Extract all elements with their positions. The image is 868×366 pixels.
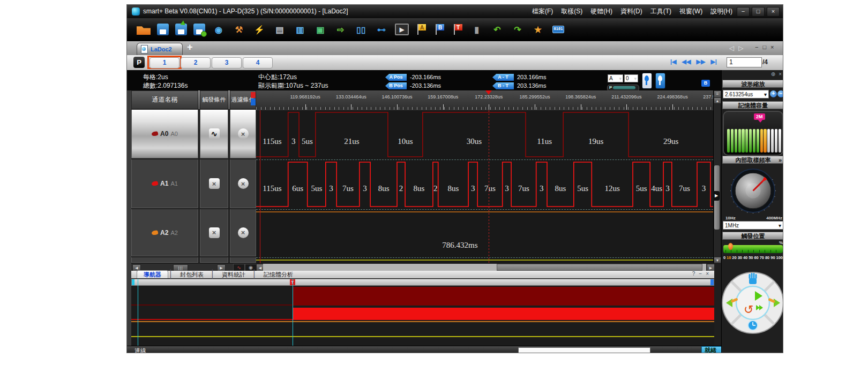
trigger-flag-left-icon[interactable]: [251, 92, 256, 98]
save-as-icon[interactable]: [175, 24, 187, 35]
zoom-in-button[interactable]: +: [770, 90, 777, 97]
filter-condition-icon[interactable]: ×: [238, 227, 249, 238]
goto-cursor-a-button[interactable]: [642, 73, 652, 89]
flag-a-icon[interactable]: A: [415, 23, 427, 36]
trigger-condition-icon[interactable]: ×: [209, 227, 220, 238]
navigator-minimap-strip[interactable]: T: [131, 279, 714, 286]
badge-apos[interactable]: A Pos: [385, 74, 407, 81]
bottom-tab-1[interactable]: 封包列表: [174, 271, 210, 278]
next-page-icon[interactable]: ▶▶: [696, 58, 705, 65]
new-tab-button[interactable]: +: [187, 42, 193, 53]
scroll-up-icon[interactable]: ▲: [714, 97, 721, 104]
minimize-icon[interactable]: −: [737, 7, 750, 17]
prev-page-icon[interactable]: ◀◀: [682, 58, 691, 65]
tab-ladoc2[interactable]: LaDoc2: [137, 43, 183, 55]
export-data-icon[interactable]: ⇨: [334, 22, 348, 36]
bottom-tab-3[interactable]: 記憶體分析: [257, 271, 300, 278]
frequency-knob[interactable]: [728, 165, 779, 216]
page-button-3[interactable]: 3: [212, 57, 242, 68]
menu-d[interactable]: 資料(D): [620, 7, 642, 16]
bottom-tab-0[interactable]: 導航器: [137, 270, 168, 278]
instrument-panel-icon[interactable]: ▥: [293, 22, 307, 36]
trigger-condition-icon[interactable]: ∿: [209, 128, 220, 139]
save-settings-icon[interactable]: [193, 24, 205, 35]
channel-row-a3[interactable]: [131, 257, 198, 263]
last-page-icon[interactable]: ▶|: [710, 58, 717, 65]
cursor-a-flag-icon[interactable]: [251, 98, 256, 105]
channel-row-a0[interactable]: A0A0: [131, 110, 198, 158]
favorites-icon[interactable]: ★: [531, 22, 545, 36]
save-icon[interactable]: [157, 24, 169, 35]
navigator-overview[interactable]: [131, 286, 714, 346]
index-select[interactable]: 0▾: [624, 74, 638, 82]
cursor-select[interactable]: A▾: [608, 74, 623, 82]
screenshot-icon[interactable]: ◉: [212, 22, 226, 36]
bottom-tab-2[interactable]: 資料統計: [215, 271, 252, 278]
memory-depth-icon[interactable]: ▤: [273, 22, 287, 36]
restore-icon[interactable]: □: [752, 7, 765, 17]
pane-close-icon[interactable]: ×: [770, 44, 774, 50]
panel-close-icon[interactable]: ×: [779, 71, 782, 77]
filter-cell-a3[interactable]: [230, 257, 256, 263]
video-record-icon[interactable]: ▶: [395, 24, 409, 35]
trigger-condition-icon[interactable]: ×: [209, 178, 220, 189]
page-number-input[interactable]: 1: [727, 57, 762, 67]
minimap-left-handle[interactable]: [132, 279, 134, 285]
trigger-run-icon[interactable]: ⚡: [252, 22, 266, 36]
time-ruler[interactable]: 119.968192us133.034464us146.100736us159.…: [256, 90, 713, 110]
memory-gauge[interactable]: 2M: [723, 111, 783, 156]
menu-s[interactable]: 取樣(S): [561, 7, 582, 16]
pane-minimize-icon[interactable]: −: [755, 44, 758, 50]
trigger-cell-a2[interactable]: ×: [200, 209, 228, 256]
first-page-icon[interactable]: |◀: [670, 58, 677, 65]
hscroll-thumb[interactable]: [497, 264, 702, 271]
open-file-icon[interactable]: [137, 22, 151, 36]
settings-tools-icon[interactable]: ⚒: [232, 22, 246, 36]
page-mode-button[interactable]: P: [133, 57, 145, 68]
bus-decode-icon[interactable]: ⊷: [375, 22, 388, 36]
goto-cursor-b-button[interactable]: [655, 73, 665, 89]
tab-forward-icon[interactable]: ▷: [738, 44, 743, 52]
badge-bpos[interactable]: B Pos: [385, 82, 407, 89]
channel-row-a2[interactable]: A2A2: [131, 209, 198, 256]
header-channel-name[interactable]: 通道名稱: [131, 90, 198, 109]
filter-cell-a1[interactable]: ×: [230, 159, 256, 208]
hscroll-track[interactable]: [263, 264, 706, 271]
waveform-vscrollbar[interactable]: ≡ ▲ ▼: [713, 90, 720, 263]
help-icon[interactable]: ?: [692, 271, 695, 277]
filter-condition-icon[interactable]: ×: [238, 178, 249, 189]
panel-close-icon[interactable]: ×: [706, 271, 709, 277]
trigger-marker-icon[interactable]: [485, 90, 492, 98]
zoom-previous-icon[interactable]: ↶: [490, 22, 504, 36]
filter-cell-a2[interactable]: ×: [230, 209, 256, 256]
navigation-wheel[interactable]: ↺: [722, 265, 783, 340]
header-trigger-condition[interactable]: 觸發條件: [200, 90, 228, 109]
minimap-right-handle[interactable]: [710, 279, 714, 285]
zoom-value-select[interactable]: 2.613254us▾: [723, 90, 769, 98]
panel-pin-icon[interactable]: ⊕: [771, 71, 775, 77]
page-button-2[interactable]: 2: [181, 57, 211, 68]
history-clock-icon[interactable]: [748, 321, 758, 330]
scroll-down-icon[interactable]: ▼: [714, 257, 721, 263]
flag-t-icon[interactable]: T: [452, 23, 463, 36]
trigger-position-slider[interactable]: [723, 245, 783, 254]
trigger-cell-a0[interactable]: ∿: [200, 110, 228, 158]
waveform-canvas[interactable]: 115us35us21us10us30us11us19us29us115us6u…: [256, 110, 713, 263]
menu-h[interactable]: 說明(H): [710, 7, 732, 16]
scrollbar-grip-icon[interactable]: ≡: [714, 90, 721, 98]
trigger-cell-a3[interactable]: [200, 257, 228, 263]
badge-bt[interactable]: B - T: [492, 82, 514, 89]
trigger-position-pointer[interactable]: [728, 243, 733, 250]
compare-docs-icon[interactable]: ▯▯: [354, 22, 368, 36]
trigger-cell-a1[interactable]: ×: [200, 159, 228, 208]
binary-view-icon[interactable]: 0101: [551, 22, 565, 36]
more-icon[interactable]: »: [779, 156, 782, 164]
filter-cell-a0[interactable]: ×: [230, 110, 256, 158]
flag-b-icon[interactable]: B: [433, 23, 445, 36]
pane-restore-icon[interactable]: □: [762, 44, 766, 50]
page-button-4[interactable]: 4: [243, 57, 273, 68]
window-layout-icon[interactable]: ▣: [313, 22, 327, 36]
replay-icon[interactable]: ↺: [744, 303, 753, 316]
panel-minimize-icon[interactable]: −: [699, 271, 702, 277]
zoom-next-icon[interactable]: ↷: [511, 22, 525, 36]
